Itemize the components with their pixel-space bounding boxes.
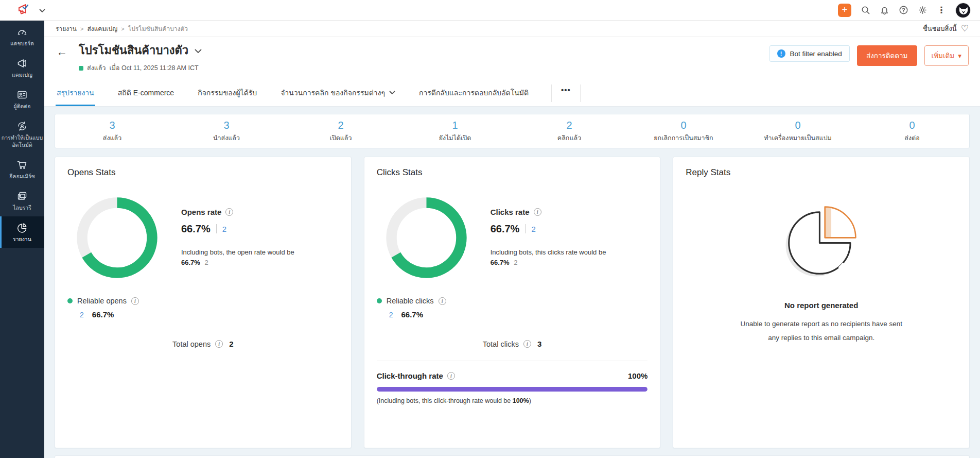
stat-marked-spam[interactable]: 0ทำเครื่องหมายเป็นสแปม — [741, 120, 855, 143]
info-icon[interactable]: i — [131, 297, 139, 305]
sidebar-item-campaigns[interactable]: แคมเปญ — [0, 52, 44, 83]
info-icon[interactable]: i — [523, 340, 531, 348]
bot-filter-badge[interactable]: ! Bot filter enabled — [769, 45, 850, 62]
total-clicks-value: 3 — [537, 340, 541, 348]
dashboard-gauge-icon — [1, 26, 43, 38]
top-bar: + ⋮ — [0, 0, 980, 21]
clicks-rate-value: 66.7% — [491, 223, 520, 235]
app-logo[interactable] — [16, 3, 45, 18]
notifications-bell-icon[interactable] — [879, 5, 889, 15]
reliable-opens-rate: 66.7% — [92, 310, 114, 319]
more-tabs-button[interactable]: ••• — [552, 80, 580, 106]
ctr-note: (Including bots, this click-through rate… — [377, 397, 648, 404]
sidebar-item-contacts[interactable]: ผู้ติดต่อ — [0, 83, 44, 115]
no-report-line1: Unable to generate report as no recipien… — [686, 317, 957, 331]
sidebar-item-label: รายงาน — [1, 236, 43, 243]
sidebar-item-ecommerce[interactable]: อีคอมเมิร์ซ — [0, 154, 44, 185]
stat-opened[interactable]: 2เปิดแล้ว — [284, 120, 398, 143]
stat-not-opened[interactable]: 1ยังไม่ได้เปิด — [398, 120, 512, 143]
stat-value: 0 — [855, 120, 969, 131]
info-icon[interactable]: i — [439, 297, 446, 305]
note-text: (Including bots, this click-through rate… — [377, 397, 513, 404]
more-options-kebab-icon[interactable]: ⋮ — [936, 5, 947, 15]
note-count: 2 — [205, 259, 208, 266]
stat-label: ส่งต่อ — [855, 133, 969, 143]
help-icon[interactable] — [898, 5, 908, 15]
status-timestamp: เมื่อ Oct 11, 2025 11:28 AM ICT — [109, 63, 198, 73]
sidebar-item-dashboard[interactable]: แดชบอร์ด — [0, 21, 44, 52]
more-button[interactable]: เพิ่มเติม ▾ — [924, 45, 969, 66]
tab-ecommerce-stats[interactable]: สถิติ E-commerce — [117, 80, 175, 106]
tab-click-counts[interactable]: จำนวนการคลิก ของกิจกรรมต่างๆ — [279, 80, 396, 106]
reliable-opens-label: Reliable opens — [77, 297, 127, 305]
stat-label: ทำเครื่องหมายเป็นสแปม — [741, 133, 855, 143]
megaphone-icon — [1, 58, 43, 69]
summary-stats-strip: 3ส่งแล้ว 3นำส่งแล้ว 2เปิดแล้ว 1ยังไม่ได้… — [55, 114, 970, 148]
breadcrumb-sent-campaigns[interactable]: ส่งแคมเปญ — [87, 24, 117, 33]
stat-value: 0 — [741, 120, 855, 131]
sidebar-item-label: แคมเปญ — [1, 72, 43, 78]
reply-stats-card: Reply Stats No report generated Unable t… — [673, 157, 970, 448]
favorite-control[interactable]: ชื่นชอบสิ่งนี้ ♡ — [923, 23, 969, 34]
total-opens-label: Total opens — [172, 340, 211, 348]
back-arrow-icon[interactable]: ← — [57, 46, 67, 73]
clicks-rate-label: Clicks rate — [491, 208, 530, 216]
contact-card-icon — [1, 89, 43, 100]
tab-bounces-autoreplies[interactable]: การตีกลับและการตอบกลับอัตโนมัติ — [418, 80, 530, 106]
tab-recipient-activity[interactable]: กิจกรรมของผู้ได้รับ — [197, 80, 258, 106]
reliable-opens-count-link[interactable]: 2 — [80, 311, 84, 319]
info-icon[interactable]: i — [215, 340, 223, 348]
stat-label: คลิกแล้ว — [512, 133, 626, 143]
sidebar-item-automation[interactable]: การทำให้เป็นแบบอัตโนมัติ — [0, 115, 44, 153]
tab-label: สถิติ E-commerce — [118, 87, 174, 98]
title-chevron-down-icon[interactable] — [195, 46, 202, 56]
shopping-cart-icon — [1, 159, 43, 171]
search-icon[interactable] — [860, 5, 870, 15]
opens-donut-chart — [75, 195, 160, 280]
tab-report-summary[interactable]: สรุปรายงาน — [56, 80, 95, 106]
brand-chevron-down-icon[interactable] — [39, 6, 45, 15]
user-avatar[interactable] — [955, 3, 971, 18]
info-icon[interactable]: i — [534, 208, 541, 216]
opens-card-title: Opens Stats — [67, 167, 339, 178]
legend-dot-green — [67, 298, 73, 303]
stat-unsubscribed[interactable]: 0ยกเลิกการเป็นสมาชิก — [626, 120, 741, 143]
note-text: Including bots, the open rate would be — [181, 248, 294, 256]
campaign-header: ← โปรโมชันสินค้าบางตัว ส่งแล้ว เมื่อ Oct… — [44, 37, 980, 80]
settings-gear-icon[interactable] — [917, 5, 927, 15]
opens-rate-count-link[interactable]: 2 — [222, 225, 226, 233]
info-icon[interactable]: i — [447, 372, 455, 380]
sidebar-item-reports[interactable]: รายงาน — [0, 216, 44, 248]
stat-forwarded[interactable]: 0ส่งต่อ — [855, 120, 969, 143]
stat-label: ส่งแล้ว — [55, 133, 169, 143]
total-clicks-label: Total clicks — [483, 340, 519, 348]
ctr-label: Click-through rate — [377, 371, 443, 380]
opens-bots-note: Including bots, the open rate would be 6… — [181, 247, 312, 268]
create-new-button[interactable]: + — [838, 4, 851, 17]
stat-clicked[interactable]: 2คลิกแล้ว — [512, 120, 626, 143]
opens-legend: Reliable opens i 2 66.7% — [67, 297, 339, 319]
no-report-pie-illustration — [776, 196, 866, 286]
clicks-rate-count-link[interactable]: 2 — [531, 225, 535, 233]
heart-icon[interactable]: ♡ — [961, 23, 969, 34]
breadcrumb-reports[interactable]: รายงาน — [56, 24, 77, 33]
reliable-clicks-count-link[interactable]: 2 — [389, 311, 393, 319]
sidebar-item-label: แดชบอร์ด — [1, 40, 43, 47]
stat-value: 0 — [626, 120, 741, 131]
sidebar-item-label: ผู้ติดต่อ — [1, 103, 43, 110]
info-icon[interactable]: i — [225, 208, 233, 216]
send-followup-button[interactable]: ส่งการติดตาม — [857, 45, 917, 66]
stat-sent[interactable]: 3ส่งแล้ว — [55, 120, 169, 143]
breadcrumb-separator: > — [80, 26, 83, 32]
note-count: 2 — [514, 259, 517, 266]
stat-value: 3 — [169, 120, 284, 131]
sidebar-item-library[interactable]: ไลบรารี — [0, 185, 44, 216]
no-report-line2: any replies to this email campaign. — [686, 331, 957, 345]
stat-label: ยกเลิกการเป็นสมาชิก — [626, 133, 741, 143]
sidebar-item-label: อีคอมเมิร์ซ — [1, 173, 43, 180]
stat-value: 1 — [398, 120, 512, 131]
note-value: 100% — [513, 397, 529, 404]
status-text: ส่งแล้ว — [87, 63, 106, 73]
clicks-bots-note: Including bots, this clicks rate would b… — [491, 247, 622, 268]
stat-delivered[interactable]: 3นำส่งแล้ว — [169, 120, 284, 143]
